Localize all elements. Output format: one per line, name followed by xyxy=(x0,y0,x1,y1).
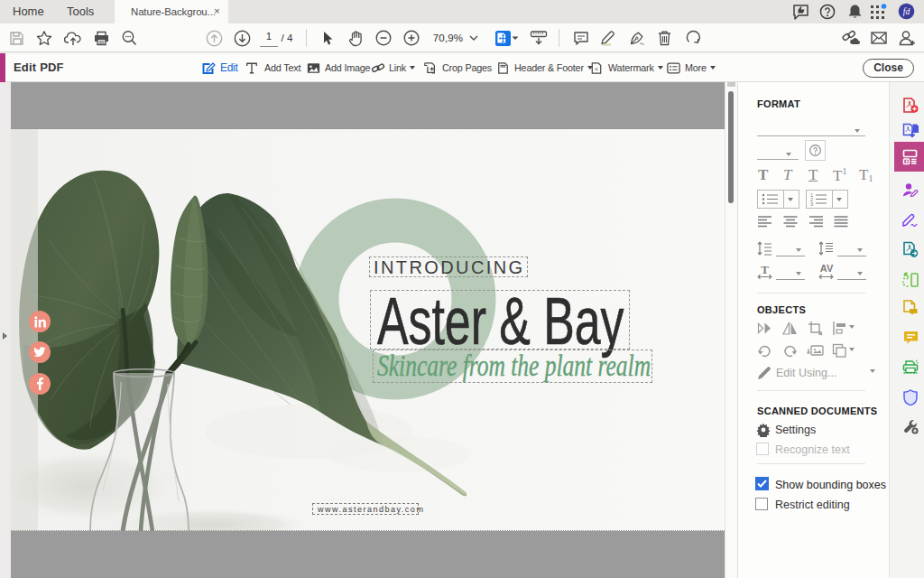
svg-text:fd: fd xyxy=(903,7,910,16)
svg-text:3: 3 xyxy=(810,201,813,207)
